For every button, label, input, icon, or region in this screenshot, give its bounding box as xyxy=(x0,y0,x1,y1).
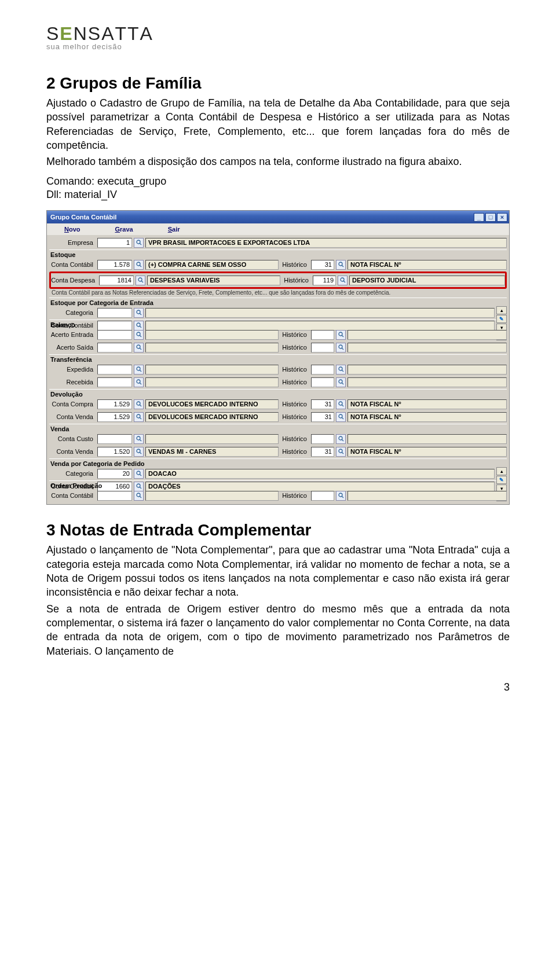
menu-sair[interactable]: Sair xyxy=(168,226,180,233)
recebida-label: Recebida xyxy=(49,379,96,386)
form-body: Empresa 1 VPR BRASIL IMPORTACOES E EXPOR… xyxy=(47,235,509,504)
section2-heading: 2 Grupos de Família xyxy=(46,74,510,93)
historico-code[interactable]: 31 xyxy=(311,399,334,409)
lookup-icon[interactable] xyxy=(336,365,346,375)
historico-label: Histórico xyxy=(280,492,309,499)
lookup-icon[interactable] xyxy=(336,491,346,501)
categoria-input[interactable] xyxy=(97,308,132,318)
conta-input[interactable] xyxy=(97,491,132,501)
lookup-icon[interactable] xyxy=(336,434,346,444)
empresa-code[interactable]: 1 xyxy=(97,238,132,248)
lookup-icon[interactable] xyxy=(134,365,144,375)
svg-line-1 xyxy=(140,243,141,245)
lookup-icon[interactable] xyxy=(134,412,144,422)
historico-name xyxy=(348,434,507,444)
minimize-button[interactable]: _ xyxy=(474,213,484,222)
logo-tagline: sua melhor decisão xyxy=(46,42,510,51)
conta-compra-code[interactable]: 1.529 xyxy=(97,399,132,409)
section3-p2: Se a nota de entrada de Origem estiver d… xyxy=(46,602,510,658)
svg-line-39 xyxy=(140,439,141,441)
historico-code[interactable]: 31 xyxy=(311,447,334,457)
historico-input[interactable] xyxy=(311,343,334,353)
historico-code[interactable]: 31 xyxy=(311,412,334,422)
lookup-icon[interactable] xyxy=(134,238,144,248)
svg-line-7 xyxy=(141,281,143,282)
close-button[interactable]: × xyxy=(497,213,507,222)
svg-line-45 xyxy=(342,452,343,454)
lookup-icon[interactable] xyxy=(336,330,346,340)
historico-code[interactable]: 119 xyxy=(313,276,336,285)
lookup-icon[interactable] xyxy=(134,260,144,270)
edit-icon[interactable]: ✎ xyxy=(496,315,507,323)
lookup-icon[interactable] xyxy=(336,260,346,270)
conta-code[interactable]: 1660 xyxy=(97,482,132,491)
conta-despesa-label: Conta Despesa xyxy=(51,277,97,284)
categoria-label: Categoria xyxy=(49,309,96,316)
lookup-icon[interactable] xyxy=(336,447,346,457)
historico-input[interactable] xyxy=(311,377,334,387)
historico-input[interactable] xyxy=(311,491,334,501)
titlebar: Grupo Conta Contábil _ □ × xyxy=(47,211,509,223)
lookup-icon[interactable] xyxy=(336,377,346,387)
lookup-icon[interactable] xyxy=(336,399,346,409)
conta-venda-name: DEVOLUCOES MERCADO INTERNO xyxy=(145,412,279,422)
categoria-code[interactable]: 20 xyxy=(97,469,132,479)
historico-label: Histórico xyxy=(280,331,309,338)
lookup-icon[interactable] xyxy=(134,321,144,331)
lookup-icon[interactable] xyxy=(134,482,144,491)
lookup-icon[interactable] xyxy=(134,469,144,479)
lookup-icon[interactable] xyxy=(134,308,144,318)
conta-venda-code[interactable]: 1.520 xyxy=(97,447,132,457)
highlighted-row: Conta Despesa 1814 DESPESAS VARIAVEIS Hi… xyxy=(49,271,507,289)
recebida-input[interactable] xyxy=(97,377,132,387)
lookup-icon[interactable] xyxy=(338,276,348,285)
lookup-icon[interactable] xyxy=(134,399,144,409)
edit-icon[interactable]: ✎ xyxy=(496,476,507,484)
group-venda: Venda xyxy=(49,424,507,432)
expedida-label: Expedida xyxy=(49,366,96,373)
historico-name xyxy=(348,365,507,375)
conta-contabil-label: Conta Contábil xyxy=(49,492,96,499)
section2-p1: Ajustado o Cadastro de Grupo de Família,… xyxy=(46,96,510,152)
acerto-saida-input[interactable] xyxy=(97,343,132,353)
expedida-input[interactable] xyxy=(97,365,132,375)
lookup-icon[interactable] xyxy=(134,377,144,387)
historico-input[interactable] xyxy=(311,330,334,340)
lookup-icon[interactable] xyxy=(336,412,346,422)
lookup-icon[interactable] xyxy=(134,491,144,501)
svg-line-53 xyxy=(342,496,343,498)
lookup-icon[interactable] xyxy=(134,434,144,444)
conta-custo-name xyxy=(145,434,279,444)
historico-input[interactable] xyxy=(311,365,334,375)
svg-line-13 xyxy=(140,326,141,328)
svg-line-11 xyxy=(140,313,141,315)
menu-grava[interactable]: Grava xyxy=(115,226,133,233)
lookup-icon[interactable] xyxy=(134,447,144,457)
conta-contabil-code[interactable]: 1.578 xyxy=(97,260,132,270)
lookup-icon[interactable] xyxy=(136,276,145,285)
maximize-button[interactable]: □ xyxy=(485,213,496,222)
group-estoque-cat: Estoque por Categoria de Entrada xyxy=(49,298,507,306)
lookup-icon[interactable] xyxy=(134,343,144,353)
scroll-up-icon[interactable]: ▴ xyxy=(496,306,507,314)
acerto-entrada-input[interactable] xyxy=(97,330,132,340)
scroll-up-icon[interactable]: ▴ xyxy=(496,467,507,475)
svg-line-31 xyxy=(140,405,141,406)
conta-venda-code[interactable]: 1.529 xyxy=(97,412,132,422)
historico-input[interactable] xyxy=(311,434,334,444)
acerto-saida-name xyxy=(145,343,279,353)
svg-line-47 xyxy=(140,474,141,476)
conta-custo-input[interactable] xyxy=(97,434,132,444)
menu-novo[interactable]: Novo xyxy=(64,226,81,233)
lookup-icon[interactable] xyxy=(336,343,346,353)
svg-line-25 xyxy=(342,370,343,372)
historico-code[interactable]: 31 xyxy=(311,260,334,270)
conta-despesa-code[interactable]: 1814 xyxy=(99,276,134,285)
lookup-icon[interactable] xyxy=(134,330,144,340)
svg-line-9 xyxy=(343,281,345,282)
svg-line-49 xyxy=(140,487,141,489)
svg-line-43 xyxy=(140,452,141,454)
conta-input[interactable] xyxy=(97,321,132,331)
logo-block: SENSATTA sua melhor decisão xyxy=(46,23,510,51)
logo-brand: SENSATTA xyxy=(46,23,510,45)
